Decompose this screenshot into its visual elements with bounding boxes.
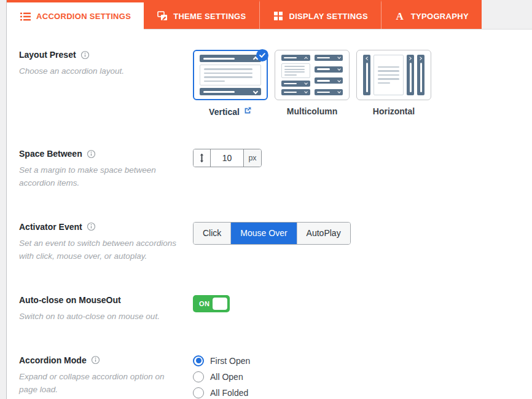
layout-option-vertical[interactable] xyxy=(193,50,268,100)
tab-theme-settings[interactable]: THEME SETTINGS xyxy=(144,0,259,30)
info-icon[interactable] xyxy=(91,355,100,365)
radio-all-open[interactable]: All Open xyxy=(193,371,520,382)
tab-label: ACCORDION SETTINGS xyxy=(36,12,131,21)
tab-accordion-settings[interactable]: ACCORDION SETTINGS xyxy=(7,0,144,30)
accordion-mode-label: Accordion Mode xyxy=(19,355,182,365)
radio-button-checked[interactable] xyxy=(193,355,204,366)
thumb-content-box xyxy=(200,65,261,85)
tab-display-settings[interactable]: DISPLAY SETTINGS xyxy=(259,0,381,30)
info-icon[interactable] xyxy=(87,222,96,231)
setting-row-autoclose-mouseout: Auto-close on MouseOut Switch on to auto… xyxy=(19,295,520,323)
autoclose-description: Switch on to auto-close on mouse out. xyxy=(19,310,182,323)
grid-icon xyxy=(273,11,284,21)
page-left-gutter xyxy=(0,0,6,399)
accordion-mode-description: Expand or collapse accordion option on p… xyxy=(19,371,182,397)
layout-preset-description: Choose an accordion layout. xyxy=(19,65,182,78)
space-between-description: Set a margin to make space between accor… xyxy=(19,164,182,190)
radio-all-folded[interactable]: All Folded xyxy=(193,387,520,398)
setting-row-layout-preset: Layout Preset Choose an accordion layout… xyxy=(19,50,520,117)
layout-preset-options: Vertical xyxy=(193,50,520,117)
tab-content: Layout Preset Choose an accordion layout… xyxy=(7,30,532,399)
radio-first-open[interactable]: First Open xyxy=(193,355,520,366)
layout-option-horizontal-label: Horizontal xyxy=(356,106,431,116)
activator-click-button[interactable]: Click xyxy=(194,223,230,244)
thumb-header-bar xyxy=(200,55,261,62)
tab-label: TYPOGRAPHY xyxy=(411,12,469,21)
space-between-label: Space Between xyxy=(19,149,182,159)
space-between-value-input[interactable] xyxy=(211,149,243,167)
activator-event-description: Set an event to switch between accordion… xyxy=(19,237,182,263)
layout-option-multicolumn-label: Multicolumn xyxy=(275,106,350,116)
accordion-mode-radio-group: First Open All Open All Folded Custom Op… xyxy=(193,355,520,399)
activator-autoplay-button[interactable]: AutoPlay xyxy=(297,223,350,244)
external-link-icon[interactable] xyxy=(243,106,252,117)
theme-icon xyxy=(157,11,168,21)
settings-page: ACCORDION SETTINGS THEME SETTINGS xyxy=(0,0,532,399)
info-icon[interactable] xyxy=(80,50,90,60)
layout-option-horizontal[interactable] xyxy=(356,50,431,100)
activator-event-label: Activator Event xyxy=(19,222,182,232)
autoclose-label: Auto-close on MouseOut xyxy=(19,295,182,305)
tab-label: THEME SETTINGS xyxy=(173,12,246,21)
selected-check-icon xyxy=(256,49,268,61)
radio-button[interactable] xyxy=(193,387,204,398)
vertical-arrows-icon xyxy=(194,149,211,167)
layout-option-vertical-label[interactable]: Vertical xyxy=(193,106,268,117)
space-between-input-group: px xyxy=(193,149,262,167)
autoclose-toggle[interactable]: ON xyxy=(193,295,230,312)
info-icon[interactable] xyxy=(87,149,96,159)
setting-row-accordion-mode: Accordion Mode Expand or collapse accord… xyxy=(19,355,520,399)
setting-row-space-between: Space Between Set a margin to make space… xyxy=(19,149,520,190)
thumb-footer-bar xyxy=(200,88,261,95)
settings-panel: ACCORDION SETTINGS THEME SETTINGS xyxy=(6,0,532,399)
layout-option-multicolumn[interactable] xyxy=(275,50,350,100)
typography-icon: A xyxy=(394,11,405,21)
toggle-state-label: ON xyxy=(199,300,209,307)
layout-preset-label: Layout Preset xyxy=(19,50,182,60)
tab-typography[interactable]: A TYPOGRAPHY xyxy=(381,0,482,30)
space-between-unit: px xyxy=(243,149,261,167)
activator-mouse-over-button[interactable]: Mouse Over xyxy=(230,223,296,244)
tab-bar: ACCORDION SETTINGS THEME SETTINGS xyxy=(7,0,532,30)
radio-button[interactable] xyxy=(193,371,204,382)
list-icon xyxy=(20,12,31,22)
setting-row-activator-event: Activator Event Set an event to switch b… xyxy=(19,222,520,263)
tab-label: DISPLAY SETTINGS xyxy=(289,12,368,21)
toggle-knob xyxy=(213,298,227,310)
activator-event-button-group: Click Mouse Over AutoPlay xyxy=(193,222,351,245)
